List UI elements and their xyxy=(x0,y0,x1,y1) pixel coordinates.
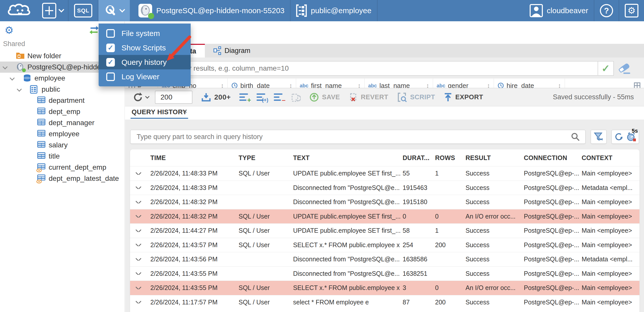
column-header-connection[interactable]: CONNECTION xyxy=(524,154,582,162)
user-menu[interactable]: cloudbeaver xyxy=(524,0,594,21)
apply-filter-button[interactable]: ✓ xyxy=(598,62,613,75)
query-history-row[interactable]: 2/26/2024, 11:43:55 PMDisconnected from … xyxy=(130,266,639,281)
row-expander[interactable] xyxy=(130,244,150,246)
tree-item-current-dept-emp[interactable]: current_dept_emp xyxy=(0,162,124,173)
result-cell: Success xyxy=(466,170,524,177)
revert-button[interactable]: REVERT xyxy=(349,92,388,102)
tree-item-dept-emp[interactable]: dept_emp xyxy=(0,106,124,117)
sort-icon[interactable]: ↕ xyxy=(426,82,429,88)
query-history-filter-button[interactable] xyxy=(591,130,607,144)
query-history-search-input[interactable] xyxy=(131,133,571,141)
query-history-row[interactable]: 2/26/2024, 11:43:57 PMSQL / UserSELECT x… xyxy=(130,238,639,252)
menu-item-show-scripts[interactable]: ✓Show Scripts xyxy=(99,41,191,55)
grid-icon[interactable] xyxy=(634,82,640,88)
duration-cell: 1638251 xyxy=(403,270,435,277)
row-limit-input[interactable] xyxy=(155,91,192,104)
tree-item-dept-emp-latest-date[interactable]: dept_emp_latest_date xyxy=(0,173,124,184)
delete-row-button[interactable]: – xyxy=(274,93,282,101)
grid-column-gender[interactable]: abcgender↕ xyxy=(433,79,494,88)
sql-editor-button[interactable]: SQL xyxy=(68,0,98,21)
text-cell: select * FROM employee e xyxy=(293,299,403,306)
tree-item-employee[interactable]: employee xyxy=(0,128,124,140)
checkbox-unchecked-icon[interactable] xyxy=(106,29,115,38)
sync-connection-icon[interactable] xyxy=(88,25,100,35)
grid-column-first_name[interactable]: abcfirst_name↕ xyxy=(296,79,365,88)
tree-item-title[interactable]: title xyxy=(0,151,124,162)
query-history-table: TIMETYPETEXTDURAT...ROWSRESULTCONNECTION… xyxy=(130,149,639,312)
schema-selector[interactable]: public@employee xyxy=(291,0,377,21)
column-header-durat[interactable]: DURAT... xyxy=(403,154,435,162)
grid-column-last_name[interactable]: abclast_name↕ xyxy=(365,79,433,88)
row-expander[interactable] xyxy=(130,201,150,203)
chevron-down-icon[interactable] xyxy=(17,87,22,92)
sort-icon[interactable]: ↕ xyxy=(289,82,292,88)
sort-icon[interactable]: ↕ xyxy=(358,82,361,88)
sort-icon[interactable]: ↕ xyxy=(558,82,561,88)
grid-column-birth_date[interactable]: birth_date↕ xyxy=(228,79,296,88)
row-expander[interactable] xyxy=(130,229,150,232)
script-button[interactable]: SCRIPT xyxy=(397,92,435,102)
query-history-row[interactable]: 2/26/2024, 11:48:33 PMSQL / UserUPDATE p… xyxy=(130,166,639,181)
connection-selector[interactable]: PostgreSQL@ep-hidden-moon-55203 xyxy=(130,0,290,21)
refresh-button[interactable] xyxy=(133,92,149,103)
query-history-row[interactable]: 2/26/2024, 11:43:55 PMSQL / UserSELECT x… xyxy=(130,281,639,295)
query-history-row[interactable]: 2/26/2024, 11:48:32 PMDisconnected from … xyxy=(130,195,639,209)
menu-item-query-history[interactable]: ✓Query history xyxy=(99,55,191,69)
export-button[interactable]: EXPORT xyxy=(444,92,483,102)
column-header-rows[interactable]: ROWS xyxy=(435,154,466,162)
filter-expression-input[interactable] xyxy=(129,62,598,75)
query-history-row[interactable]: 2/26/2024, 11:17:57 PMSQL / Userselect *… xyxy=(130,295,639,309)
grid-header-filler xyxy=(565,79,644,88)
menu-item-file-system[interactable]: File system xyxy=(99,26,191,41)
copy-button[interactable] xyxy=(291,92,301,102)
settings-button[interactable]: ⚙ xyxy=(619,0,644,21)
row-expander[interactable] xyxy=(130,272,150,275)
grid-column-hire_date[interactable]: hire_date↕ xyxy=(494,79,565,88)
query-history-row[interactable]: 2/26/2024, 11:48:32 PMSQL / UserUPDATE p… xyxy=(130,209,639,224)
checkbox-checked-icon[interactable]: ✓ xyxy=(106,58,115,67)
column-header-type[interactable]: TYPE xyxy=(239,154,293,162)
chevron-down-icon[interactable] xyxy=(10,75,15,81)
row-expander[interactable] xyxy=(130,301,150,303)
column-header-context[interactable]: CONTEXT xyxy=(582,154,639,162)
chevron-down-icon[interactable] xyxy=(3,64,8,69)
query-history-row[interactable]: 2/26/2024, 11:43:56 PMDisconnected from … xyxy=(130,252,639,266)
menu-item-log-viewer[interactable]: Log Viewer xyxy=(99,69,191,84)
column-header-time[interactable]: TIME xyxy=(150,154,239,162)
query-history-row[interactable]: 2/26/2024, 11:48:33 PMDisconnected from … xyxy=(130,181,639,195)
tree-item-salary[interactable]: salary xyxy=(0,140,124,151)
tree-item-label: dept_manager xyxy=(49,119,124,127)
navigator-settings-icon[interactable]: ⚙ xyxy=(5,24,14,36)
add-row-button[interactable]: + xyxy=(239,93,248,101)
help-button[interactable]: ? xyxy=(594,0,619,21)
row-expander[interactable] xyxy=(130,287,150,289)
connection-status-dot xyxy=(148,13,154,19)
checkbox-unchecked-icon[interactable] xyxy=(106,72,115,81)
duplicate-row-button[interactable]: (+) xyxy=(257,93,265,101)
tree-item-dept-manager[interactable]: dept_manager xyxy=(0,117,124,128)
row-expander[interactable] xyxy=(130,215,150,218)
clear-filter-button[interactable] xyxy=(618,62,631,75)
fetch-more-button[interactable]: 200+ xyxy=(201,92,231,102)
tab-query-history[interactable]: QUERY HISTORY xyxy=(131,106,188,119)
checkbox-checked-icon[interactable]: ✓ xyxy=(106,44,115,52)
new-object-button[interactable] xyxy=(38,0,68,21)
save-button[interactable]: SAVE xyxy=(309,92,340,102)
close-icon[interactable]: × xyxy=(183,107,187,115)
sort-icon[interactable]: ↕ xyxy=(487,82,490,88)
tools-menu-button[interactable] xyxy=(98,0,130,21)
menu-item-label: Show Scripts xyxy=(121,44,166,52)
sort-icon[interactable]: ↕ xyxy=(221,82,224,88)
query-history-row[interactable]: 2/26/2024, 11:44:27 PMSQL / UserUPDATE p… xyxy=(130,223,639,238)
row-expander[interactable] xyxy=(130,172,150,175)
row-expander[interactable] xyxy=(130,258,150,261)
result-cell: Success xyxy=(466,256,524,263)
tab-diagram[interactable]: Diagram xyxy=(205,44,259,57)
column-header-text[interactable]: TEXT xyxy=(293,154,403,162)
column-header-result[interactable]: RESULT xyxy=(466,154,524,162)
export-label: EXPORT xyxy=(455,93,483,101)
duration-cell: 0 xyxy=(403,213,435,220)
query-history-refresh-group[interactable]: 5s xyxy=(611,130,639,144)
tree-item-department[interactable]: department xyxy=(0,95,124,106)
row-expander[interactable] xyxy=(130,186,150,189)
